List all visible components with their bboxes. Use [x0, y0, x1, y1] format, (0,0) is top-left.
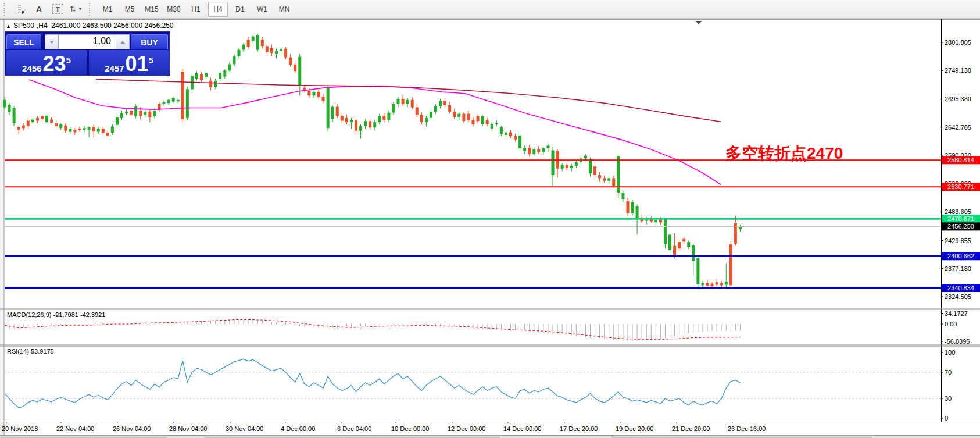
bottom-strip-segment	[612, 436, 872, 438]
candle-body	[289, 57, 292, 65]
candle-body	[284, 49, 287, 58]
annotation-text[interactable]: 多空转折点2470	[725, 144, 843, 162]
candle-body	[495, 123, 498, 124]
candle-body	[593, 166, 596, 175]
bottom-strip-segment	[205, 436, 500, 438]
candle-body	[537, 149, 540, 152]
candle-body	[406, 100, 409, 104]
candle-body	[41, 116, 44, 119]
candle-body	[36, 118, 39, 121]
volume-increase-button[interactable]	[116, 34, 130, 49]
toolbar-grip-handle-2[interactable]	[89, 3, 93, 16]
candle-body	[673, 246, 676, 256]
candle-body	[729, 244, 732, 285]
volume-decrease-button[interactable]	[45, 34, 59, 49]
candle-body	[186, 89, 189, 117]
candle-body	[294, 65, 296, 71]
candle-body	[163, 102, 166, 104]
candle-body	[692, 245, 695, 261]
candle-body	[242, 44, 245, 49]
sell-price-box[interactable]: 2456 23 5	[6, 50, 87, 75]
timeframe-mn-button[interactable]: MN	[274, 2, 294, 17]
chart-canvas[interactable]: 多空转折点24702801.8052749.1302695.3802642.70…	[0, 19, 980, 438]
candle-body	[134, 106, 137, 116]
candle-body	[78, 129, 81, 130]
macd-name: MACD(12,26,9)	[7, 311, 51, 318]
timeframe-m30-button[interactable]: M30	[164, 2, 184, 17]
candle-body	[13, 108, 16, 123]
candle-body	[514, 136, 517, 139]
sell-price-handle: 2456	[22, 63, 41, 73]
timeframe-h1-button[interactable]: H1	[186, 2, 206, 17]
candle-body	[228, 64, 231, 70]
candle-body	[561, 165, 564, 168]
buy-button[interactable]: BUY	[131, 34, 168, 49]
timeframe-h4-button[interactable]: H4	[208, 2, 228, 17]
text-box-icon[interactable]: T	[49, 2, 66, 17]
candle-body	[317, 92, 320, 97]
toolbar: F A T ⇅▼ M1 M5 M15 M30 H1 H4 D1 W1 MN	[0, 0, 980, 19]
candle-body	[336, 107, 339, 116]
price-tick-label: 2324.505	[945, 293, 971, 300]
time-tick-label: 14 Dec 00:00	[503, 425, 541, 432]
candle-body	[467, 114, 470, 120]
toolbar-grip-handle[interactable]	[3, 3, 8, 16]
candle-body	[566, 165, 568, 168]
candle-body	[687, 242, 690, 247]
candle-body	[607, 178, 610, 181]
candle-body	[678, 242, 681, 248]
grid-f-icon-glyph: F	[15, 4, 26, 15]
candle-body	[598, 175, 601, 178]
candle-body	[425, 118, 428, 122]
sell-button[interactable]: SELL	[6, 34, 41, 49]
candle-body	[505, 133, 507, 136]
down-arrow-icon	[49, 41, 54, 44]
candle-body	[509, 133, 512, 136]
candle-body	[195, 73, 198, 79]
candle-body	[125, 112, 128, 113]
candle-body	[420, 115, 423, 122]
candle-body	[720, 283, 723, 286]
candle-body	[181, 72, 184, 119]
price-tick-label: 2377.180	[945, 265, 971, 272]
time-tick-label: 21 Dec 20:00	[672, 425, 710, 432]
candle-body	[73, 130, 76, 133]
ohlc-values: 2461.000 2463.500 2456.000 2456.250	[51, 22, 173, 30]
candle-body	[397, 99, 400, 104]
timeframe-m5-button[interactable]: M5	[120, 2, 140, 17]
timeframe-w1-button[interactable]: W1	[252, 2, 272, 17]
volume-control: 1.00	[45, 34, 130, 49]
collapse-triangle-icon[interactable]: ▲	[6, 23, 11, 29]
candle-body	[256, 35, 259, 50]
macd-tick-label: 34.1727	[945, 310, 968, 317]
price-badge-label: 2470.671	[947, 215, 974, 222]
timeframe-m15-button[interactable]: M15	[142, 2, 162, 17]
candle-body	[247, 40, 250, 47]
candle-body	[570, 166, 573, 168]
buy-price-box[interactable]: 2457 01 5	[89, 50, 169, 75]
candle-body	[45, 116, 48, 122]
timeframe-m1-button[interactable]: M1	[98, 2, 117, 17]
candle-body	[280, 49, 282, 51]
candle-body	[116, 117, 119, 125]
mt4-window: F A T ⇅▼ M1 M5 M15 M30 H1 H4 D1 W1 MN 多空…	[0, 0, 980, 438]
candle-body	[477, 116, 480, 121]
arrows-objects-icon[interactable]: ⇅▼	[68, 2, 84, 17]
volume-input[interactable]: 1.00	[59, 34, 116, 49]
candle-body	[307, 91, 310, 95]
up-arrow-icon	[120, 41, 125, 44]
candle-body	[92, 127, 95, 131]
timeframe-d1-button[interactable]: D1	[230, 2, 250, 17]
candle-body	[261, 40, 264, 46]
candle-body	[252, 37, 255, 41]
candle-body	[378, 116, 381, 122]
candle-body	[448, 105, 451, 112]
grid-f-icon[interactable]: F	[12, 2, 28, 17]
time-tick-label: 6 Dec 04:00	[337, 425, 371, 432]
candle-body	[88, 127, 91, 130]
time-tick-label: 20 Nov 2018	[2, 425, 38, 432]
time-tick-label: 17 Dec 20:00	[560, 425, 598, 432]
candle-body	[472, 120, 475, 124]
text-label-icon[interactable]: A	[31, 2, 47, 17]
time-tick-label: 19 Dec 20:00	[616, 425, 653, 432]
